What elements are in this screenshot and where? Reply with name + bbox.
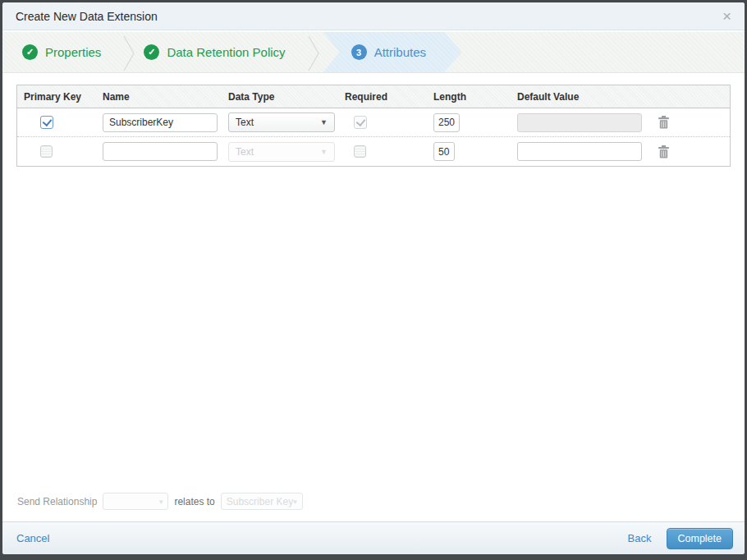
length-input[interactable] <box>433 113 460 132</box>
wizard-steps-bar: ✓ Properties ✓ Data Retention Policy 3 A… <box>2 30 745 73</box>
step-label: Attributes <box>374 45 426 59</box>
name-input[interactable] <box>103 142 218 161</box>
step-separator-chevron <box>122 32 137 75</box>
table-row: Text ▼ <box>17 108 730 137</box>
step-separator-chevron <box>307 32 322 75</box>
back-link[interactable]: Back <box>628 532 652 544</box>
send-relationship-row: Send Relationship ▾ relates to Subscribe… <box>2 493 745 521</box>
check-circle-icon: ✓ <box>144 44 159 60</box>
delete-row-trash-icon[interactable] <box>658 145 670 158</box>
send-relationship-label: Send Relationship <box>17 496 97 507</box>
step-attributes[interactable]: 3 Attributes <box>323 32 462 72</box>
chevron-down-icon: ▼ <box>320 118 328 126</box>
modal-title: Create New Data Extension <box>16 10 158 23</box>
default-value-input[interactable] <box>517 142 642 161</box>
chevron-down-icon: ▾ <box>293 498 297 506</box>
modal-footer: Cancel Back Complete <box>2 521 745 554</box>
length-input[interactable] <box>433 142 455 161</box>
data-type-value: Text <box>236 146 254 158</box>
required-checkbox[interactable] <box>354 145 366 158</box>
step-number-badge: 3 <box>351 44 367 60</box>
check-circle-icon: ✓ <box>22 44 38 60</box>
step-label: Data Retention Policy <box>167 45 285 59</box>
data-type-value: Text <box>236 117 254 128</box>
column-header-default-value: Default Value <box>511 91 647 103</box>
column-header-length: Length <box>427 91 511 103</box>
chevron-down-icon: ▼ <box>320 148 328 156</box>
table-header-row: Primary Key Name Data Type Required Leng… <box>17 85 730 108</box>
create-data-extension-modal: Create New Data Extension × ✓ Properties… <box>2 2 745 554</box>
step-data-retention-policy[interactable]: ✓ Data Retention Policy <box>137 32 306 72</box>
modal-content: Primary Key Name Data Type Required Leng… <box>2 73 745 521</box>
send-relationship-field-select-disabled: ▾ <box>103 493 168 510</box>
attributes-table: Primary Key Name Data Type Required Leng… <box>16 85 731 167</box>
step-label: Properties <box>45 45 101 59</box>
primary-key-checkbox[interactable] <box>40 116 53 129</box>
column-header-data-type: Data Type <box>222 91 338 103</box>
chevron-down-icon: ▾ <box>159 498 163 506</box>
delete-row-trash-icon[interactable] <box>658 116 670 129</box>
table-row: Text ▼ <box>17 137 730 166</box>
modal-title-bar: Create New Data Extension × <box>2 2 745 30</box>
relates-to-label: relates to <box>174 496 214 507</box>
default-value-input-disabled <box>517 113 642 132</box>
data-type-select-disabled: Text ▼ <box>228 142 335 162</box>
subscriber-key-value: Subscriber Key <box>227 496 293 507</box>
required-checkbox-disabled <box>354 116 367 129</box>
column-header-primary-key: Primary Key <box>17 91 96 103</box>
step-properties[interactable]: ✓ Properties <box>16 32 122 72</box>
column-header-required: Required <box>338 91 427 103</box>
column-header-name: Name <box>96 91 222 103</box>
data-type-select[interactable]: Text ▼ <box>228 112 335 132</box>
name-input[interactable] <box>103 113 218 132</box>
subscriber-key-select-disabled: Subscriber Key ▾ <box>221 493 303 510</box>
primary-key-checkbox[interactable] <box>40 145 53 158</box>
complete-button[interactable]: Complete <box>667 528 734 549</box>
close-icon[interactable]: × <box>722 8 731 24</box>
cancel-link[interactable]: Cancel <box>16 532 49 544</box>
